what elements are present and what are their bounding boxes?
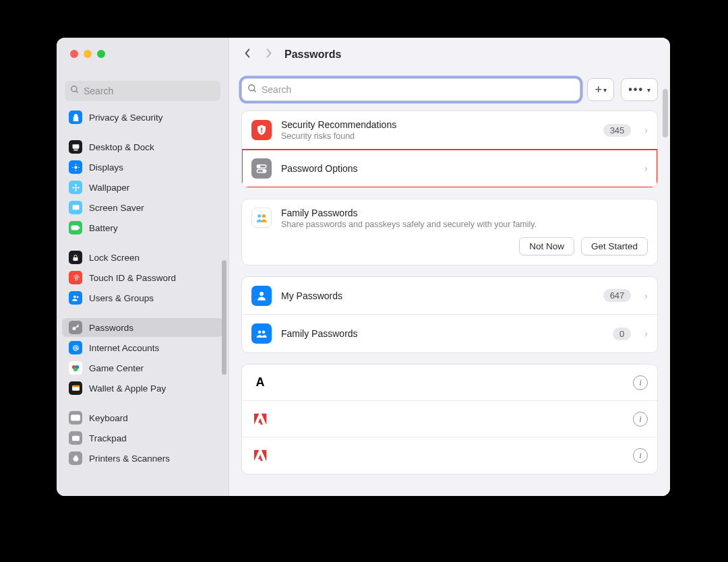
svg-point-20 xyxy=(73,327,76,330)
sidebar-item-displays[interactable]: Displays xyxy=(62,158,223,177)
people-icon xyxy=(251,323,272,344)
row-body: Password Options xyxy=(281,163,631,174)
row-family-passwords[interactable]: Family Passwords 0 › xyxy=(242,315,657,352)
sidebar-list: Privacy & SecurityDesktop & DockDisplays… xyxy=(57,106,229,496)
screensaver-icon xyxy=(69,201,82,214)
page-title: Passwords xyxy=(284,49,341,61)
svg-point-19 xyxy=(76,296,78,298)
back-button[interactable] xyxy=(241,48,253,62)
row-body: Family Passwords Share passwords and pas… xyxy=(281,208,648,229)
row-title: My Passwords xyxy=(281,290,594,301)
sidebar-item-touch-id-password[interactable]: Touch ID & Password xyxy=(62,268,223,287)
get-started-button[interactable]: Get Started xyxy=(581,237,648,255)
sidebar-item-label: Battery xyxy=(89,223,118,233)
info-button[interactable]: i xyxy=(633,375,648,390)
chevron-down-icon: ▾ xyxy=(647,86,650,94)
svg-point-34 xyxy=(261,131,262,133)
more-actions-button[interactable]: ••• ▾ xyxy=(621,78,658,101)
sidebar-item-label: Passwords xyxy=(89,323,133,333)
site-favicon xyxy=(251,410,269,428)
passwords-search-input[interactable] xyxy=(262,84,574,95)
row-title: Password Options xyxy=(281,163,631,174)
search-icon xyxy=(70,85,80,97)
sidebar-search[interactable] xyxy=(65,81,220,101)
password-entry-row[interactable]: i xyxy=(242,401,657,437)
password-entry-row[interactable]: i xyxy=(242,437,657,474)
svg-point-10 xyxy=(75,184,77,186)
count-badge: 345 xyxy=(603,124,632,137)
content-scroll[interactable]: Security Recommendations Security risks … xyxy=(229,105,670,496)
sidebar-item-screen-saver[interactable]: Screen Saver xyxy=(62,198,223,217)
svg-rect-30 xyxy=(74,456,77,458)
sidebar-item-internet-accounts[interactable]: Internet Accounts xyxy=(62,338,223,357)
svg-point-9 xyxy=(74,186,76,188)
zoom-window-button[interactable] xyxy=(97,50,105,58)
toggles-icon xyxy=(251,158,272,179)
svg-rect-3 xyxy=(73,149,78,150)
shield-alert-icon xyxy=(251,120,272,140)
users-icon xyxy=(69,291,82,305)
sidebar-item-desktop-dock[interactable]: Desktop & Dock xyxy=(62,137,223,156)
info-button[interactable]: i xyxy=(633,412,648,427)
main-pane: Passwords + ▾ ••• ▾ xyxy=(229,38,670,496)
count-badge: 647 xyxy=(603,289,632,302)
sidebar-item-label: Desktop & Dock xyxy=(89,142,154,152)
minimize-window-button[interactable] xyxy=(84,50,92,58)
sidebar-item-lock-screen[interactable]: Lock Screen xyxy=(62,248,223,267)
row-password-options[interactable]: Password Options › xyxy=(242,150,657,187)
group-password-collections: My Passwords 647 › Family Passwords 0 › xyxy=(241,276,658,353)
svg-point-43 xyxy=(262,331,266,334)
row-security-recommendations[interactable]: Security Recommendations Security risks … xyxy=(242,111,657,150)
row-my-passwords[interactable]: My Passwords 647 › xyxy=(242,277,657,315)
sidebar-item-passwords[interactable]: Passwords xyxy=(62,318,223,337)
sidebar-scrollbar[interactable] xyxy=(222,146,227,435)
sidebar-item-label: Screen Saver xyxy=(89,203,144,213)
sidebar-item-wallet-apple-pay[interactable]: Wallet & Apple Pay xyxy=(62,379,223,398)
plus-icon: + xyxy=(595,83,602,97)
family-icon xyxy=(251,208,272,228)
sidebar-item-label: Trackpad xyxy=(89,433,127,443)
add-password-button[interactable]: + ▾ xyxy=(587,78,614,101)
not-now-button[interactable]: Not Now xyxy=(519,237,574,255)
sidebar-item-label: Privacy & Security xyxy=(89,113,163,123)
wallet-icon xyxy=(69,381,82,395)
sidebar-item-label: Displays xyxy=(89,162,123,173)
entry-label-redacted xyxy=(278,374,624,392)
sidebar-item-game-center[interactable]: Game Center xyxy=(62,358,223,377)
svg-point-32 xyxy=(249,84,255,90)
battery-icon xyxy=(69,221,82,235)
passwords-search[interactable] xyxy=(241,78,580,101)
svg-point-40 xyxy=(262,214,266,218)
count-badge: 0 xyxy=(613,327,631,340)
row-title: Family Passwords xyxy=(281,208,648,218)
sidebar-item-label: Printers & Scanners xyxy=(89,454,170,464)
sidebar-item-battery[interactable]: Battery xyxy=(62,218,223,237)
sidebar-item-trackpad[interactable]: Trackpad xyxy=(62,429,223,447)
password-entry-row[interactable]: Ai xyxy=(242,365,657,401)
trackpad-icon xyxy=(69,431,82,445)
sidebar-item-wallpaper[interactable]: Wallpaper xyxy=(62,178,223,197)
sidebar-search-input[interactable] xyxy=(84,86,215,96)
sun-icon xyxy=(69,160,82,174)
sidebar-item-printers-scanners[interactable]: Printers & Scanners xyxy=(62,449,223,468)
sidebar-scroll-thumb[interactable] xyxy=(222,260,226,375)
svg-rect-2 xyxy=(72,144,79,149)
sidebar-item-privacy-security[interactable]: Privacy & Security xyxy=(62,108,223,127)
forward-button[interactable] xyxy=(263,48,275,62)
sidebar-item-label: Wallet & Apple Pay xyxy=(89,383,166,394)
main-scroll-thumb[interactable] xyxy=(663,89,668,137)
keyboard-icon xyxy=(69,411,82,425)
sidebar-item-label: Wallpaper xyxy=(89,183,129,193)
sidebar: Privacy & SecurityDesktop & DockDisplays… xyxy=(57,38,229,496)
chevron-right-icon: › xyxy=(644,290,648,301)
close-window-button[interactable] xyxy=(70,50,78,58)
key-icon xyxy=(69,321,82,334)
dock-icon xyxy=(69,140,82,154)
sidebar-item-keyboard[interactable]: Keyboard xyxy=(62,408,223,427)
titlebar: Passwords xyxy=(229,38,670,71)
entry-label-redacted xyxy=(278,447,624,464)
sidebar-item-label: Lock Screen xyxy=(89,253,140,263)
hand-privacy-icon xyxy=(69,111,82,124)
sidebar-item-users-groups[interactable]: Users & Groups xyxy=(62,288,223,307)
info-button[interactable]: i xyxy=(633,448,648,463)
